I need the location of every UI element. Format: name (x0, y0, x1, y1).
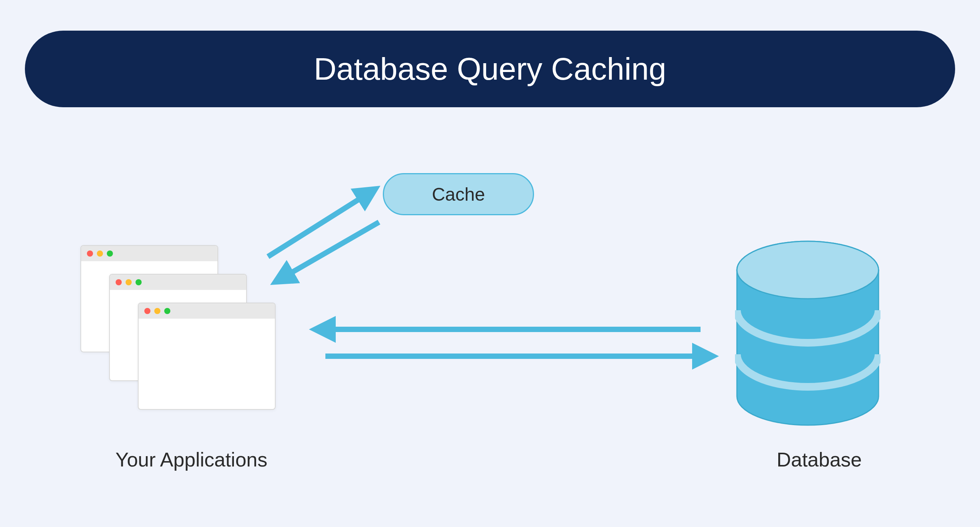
applications-label: Your Applications (103, 448, 279, 471)
diagram-area: Cache (0, 0, 980, 527)
cache-node: Cache (383, 173, 534, 215)
window-header (110, 275, 246, 290)
maximize-dot-icon (136, 279, 142, 285)
maximize-dot-icon (164, 308, 170, 314)
svg-line-3 (279, 222, 379, 280)
database-label: Database (762, 448, 877, 471)
cache-label: Cache (432, 184, 485, 205)
app-window (138, 303, 276, 410)
arrow-cache-to-apps (268, 214, 390, 287)
close-dot-icon (144, 308, 150, 314)
close-dot-icon (87, 250, 93, 257)
arrow-db-to-apps (310, 322, 708, 337)
arrow-apps-to-db (322, 349, 720, 364)
maximize-dot-icon (107, 250, 113, 257)
window-header (81, 246, 217, 261)
minimize-dot-icon (126, 279, 132, 285)
svg-point-1 (737, 241, 879, 299)
database-icon (735, 239, 880, 432)
minimize-dot-icon (97, 250, 103, 257)
minimize-dot-icon (154, 308, 160, 314)
window-header (139, 303, 275, 319)
close-dot-icon (116, 279, 122, 285)
